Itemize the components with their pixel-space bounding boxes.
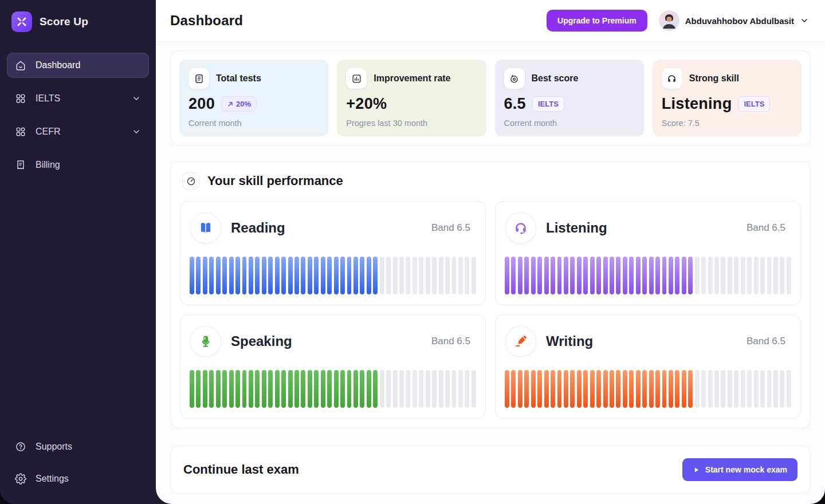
trend-badge: 20% — [221, 96, 257, 112]
progress-segment — [327, 257, 332, 294]
progress-segment — [419, 257, 423, 294]
progress-segment — [754, 257, 759, 294]
book-icon — [191, 213, 221, 243]
progress-segment — [406, 370, 410, 408]
progress-segment — [334, 257, 339, 294]
progress-segment — [196, 257, 201, 294]
progress-segment — [314, 370, 319, 408]
progress-segment — [714, 370, 719, 408]
progress-segment — [262, 370, 266, 408]
progress-segment — [669, 257, 673, 294]
chevron-down-icon[interactable] — [800, 16, 809, 25]
progress-segment — [281, 370, 286, 408]
stat-value: 6.5 — [504, 95, 526, 113]
progress-segment — [380, 370, 384, 408]
progress-segment — [760, 370, 765, 408]
skills-section-title: Your skill performance — [207, 174, 343, 188]
progress-segment — [268, 257, 273, 294]
skill-title: Writing — [546, 333, 593, 349]
top-bar: Dashboard Upgrade to Premium Abduvahhobo… — [156, 0, 825, 42]
progress-segment — [505, 257, 509, 294]
sidebar-item-billing[interactable]: Billing — [7, 152, 149, 178]
progress-segment — [610, 257, 614, 294]
progress-segment — [531, 370, 536, 408]
progress-segment — [432, 257, 437, 294]
trend-badge-value: 20% — [236, 100, 251, 108]
progress-segment — [294, 257, 299, 294]
progress-segment — [741, 257, 745, 294]
stat-card-strong-skill: Strong skill Listening IELTS Score: 7.5 — [653, 60, 802, 136]
progress-segment — [465, 370, 469, 408]
progress-segment — [688, 257, 693, 294]
stat-label: Improvement rate — [374, 73, 450, 84]
progress-segment — [347, 257, 352, 294]
progress-segment — [360, 257, 364, 294]
skills-grid: Reading Band 6.5 Listening — [180, 201, 801, 419]
progress-segment — [327, 370, 332, 408]
progress-segment — [596, 370, 601, 408]
progress-segment — [780, 370, 784, 408]
progress-segment — [655, 370, 660, 408]
progress-segment — [216, 257, 221, 294]
progress-segment — [695, 257, 700, 294]
progress-segment — [347, 370, 352, 408]
pen-icon — [506, 326, 536, 356]
progress-segment — [577, 257, 582, 294]
progress-segment — [583, 370, 588, 408]
progress-segment — [505, 370, 509, 408]
progress-segment — [773, 370, 778, 408]
stat-caption: Score: 7.5 — [662, 119, 792, 128]
sidebar-item-dashboard[interactable]: Dashboard — [7, 53, 149, 78]
page-title: Dashboard — [170, 13, 243, 29]
notebook-icon — [188, 68, 209, 89]
progress-segment — [695, 370, 700, 408]
progress-segment — [747, 257, 752, 294]
progress-segment — [439, 370, 443, 408]
progress-segment — [386, 370, 391, 408]
start-mock-exam-button[interactable]: Start new mock exam — [682, 458, 798, 481]
progress-segment — [610, 370, 614, 408]
progress-segment — [288, 257, 293, 294]
progress-segment — [603, 257, 608, 294]
progress-segment — [642, 370, 647, 408]
gear-icon — [15, 473, 26, 485]
progress-segment — [636, 257, 641, 294]
progress-segment — [334, 370, 339, 408]
skill-card-writing: Writing Band 6.5 — [495, 314, 801, 419]
app-window: Score Up Dashboard — [0, 0, 825, 504]
progress-segment — [734, 370, 738, 408]
sidebar-item-settings[interactable]: Settings — [7, 466, 149, 491]
progress-segment — [426, 257, 430, 294]
sidebar: Score Up Dashboard — [0, 0, 156, 504]
progress-segment — [734, 257, 738, 294]
sidebar-nav: Dashboard IELTS — [7, 53, 149, 178]
stat-caption: Corrent month — [504, 119, 635, 128]
progress-segment — [301, 370, 305, 408]
sidebar-item-label: Settings — [36, 474, 69, 484]
sidebar-item-cefr[interactable]: CEFR — [7, 119, 149, 144]
skills-panel: Your skill performance Reading Band 6.5 — [170, 162, 811, 428]
progress-segment — [216, 370, 221, 408]
progress-segment — [472, 370, 476, 408]
user-name: Abduvahhobov Abdulbasit — [685, 16, 794, 26]
disc-icon — [504, 68, 525, 89]
continue-exam-panel: Continue last exam Start new mock exam — [170, 446, 811, 494]
progress-segment — [701, 370, 706, 408]
upgrade-premium-button[interactable]: Upgrade to Premium — [547, 10, 647, 32]
progress-segment — [275, 257, 280, 294]
progress-segment — [675, 370, 679, 408]
help-icon — [15, 441, 26, 452]
skill-card-speaking: Speaking Band 6.5 — [180, 314, 486, 419]
progress-segment — [190, 257, 194, 294]
sidebar-item-supports[interactable]: Supports — [7, 434, 149, 459]
receipt-icon — [15, 159, 26, 171]
user-menu[interactable]: Abduvahhobov Abdulbasit — [659, 10, 809, 31]
progress-segment — [544, 370, 549, 408]
avatar — [659, 10, 679, 31]
progress-segment — [367, 257, 371, 294]
progress-segment — [767, 370, 772, 408]
sidebar-item-ielts[interactable]: IELTS — [7, 86, 149, 111]
progress-segment — [321, 370, 325, 408]
home-icon — [15, 60, 26, 71]
continue-exam-title: Continue last exam — [183, 462, 299, 477]
